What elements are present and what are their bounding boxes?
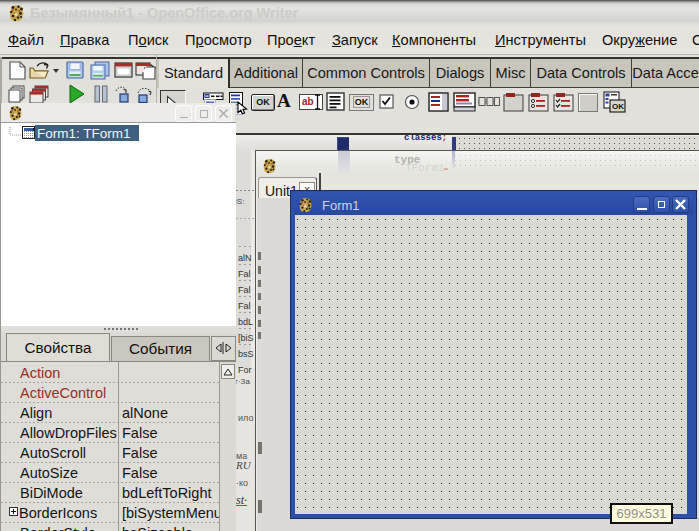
svg-text:OK: OK (612, 102, 624, 111)
